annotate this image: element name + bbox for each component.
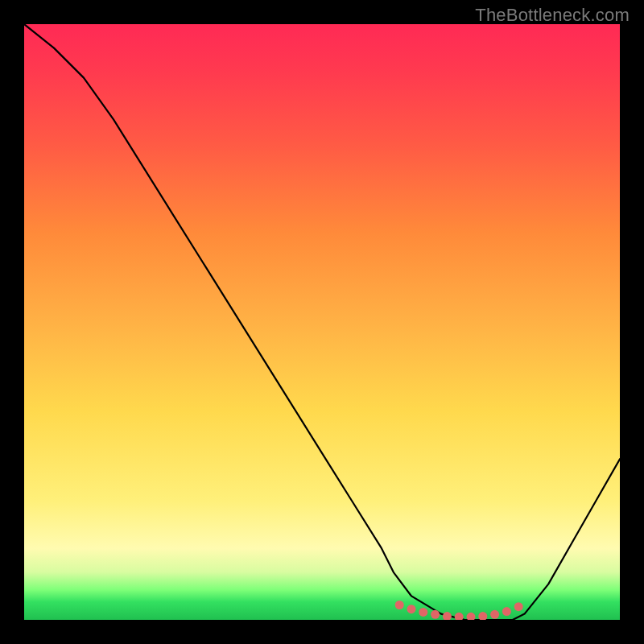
marker-dot (419, 608, 427, 617)
marker-dot (502, 607, 511, 616)
curve-layer (24, 24, 620, 620)
marker-dot (490, 610, 499, 619)
marker-dot (478, 612, 487, 620)
optimal-range-markers (395, 601, 523, 620)
attribution-label: TheBottleneck.com (475, 5, 630, 26)
marker-dot (467, 613, 476, 620)
marker-dot (455, 613, 464, 620)
marker-dot (407, 605, 416, 613)
marker-dot (395, 601, 404, 609)
marker-dot (514, 602, 523, 611)
chart-container: TheBottleneck.com (0, 0, 644, 644)
marker-dot (431, 610, 440, 619)
plot-area (24, 24, 620, 620)
bottleneck-curve (24, 24, 620, 620)
marker-dot (443, 612, 452, 620)
